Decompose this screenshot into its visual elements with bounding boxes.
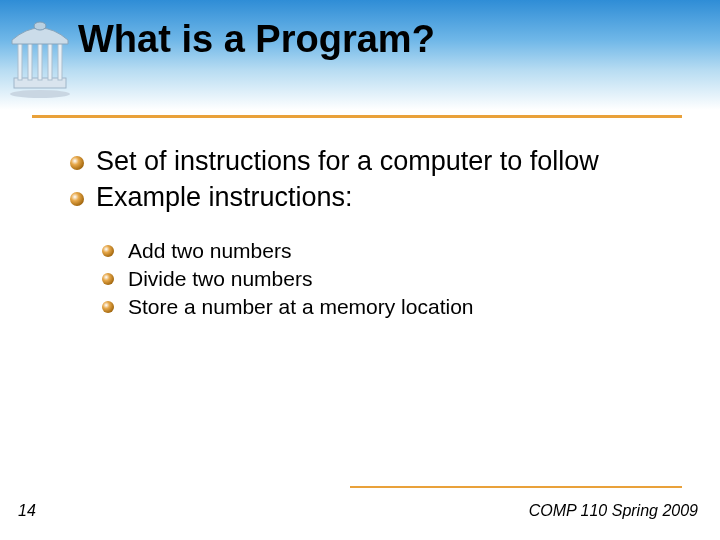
bullet-text: Example instructions: — [96, 182, 353, 212]
slide: What is a Program? Set of instructions f… — [0, 0, 720, 540]
bullet-item: Example instructions: — [70, 181, 680, 215]
footer-divider — [350, 486, 682, 488]
title-underline — [32, 115, 682, 118]
slide-header: What is a Program? — [0, 14, 720, 114]
sub-bullet-item: Add two numbers — [102, 237, 680, 264]
footer-course: COMP 110 Spring 2009 — [529, 502, 698, 520]
bullet-item: Set of instructions for a computer to fo… — [70, 145, 680, 179]
slide-content: Set of instructions for a computer to fo… — [70, 145, 680, 321]
bullet-text: Set of instructions for a computer to fo… — [96, 146, 599, 176]
bullet-text: Add two numbers — [128, 239, 291, 262]
page-number: 14 — [18, 502, 36, 520]
sub-bullet-item: Store a number at a memory location — [102, 293, 680, 320]
bullet-text: Store a number at a memory location — [128, 295, 474, 318]
slide-title: What is a Program? — [78, 18, 435, 61]
bullet-text: Divide two numbers — [128, 267, 312, 290]
sub-bullet-group: Add two numbers Divide two numbers Store… — [70, 237, 680, 321]
sub-bullet-item: Divide two numbers — [102, 265, 680, 292]
